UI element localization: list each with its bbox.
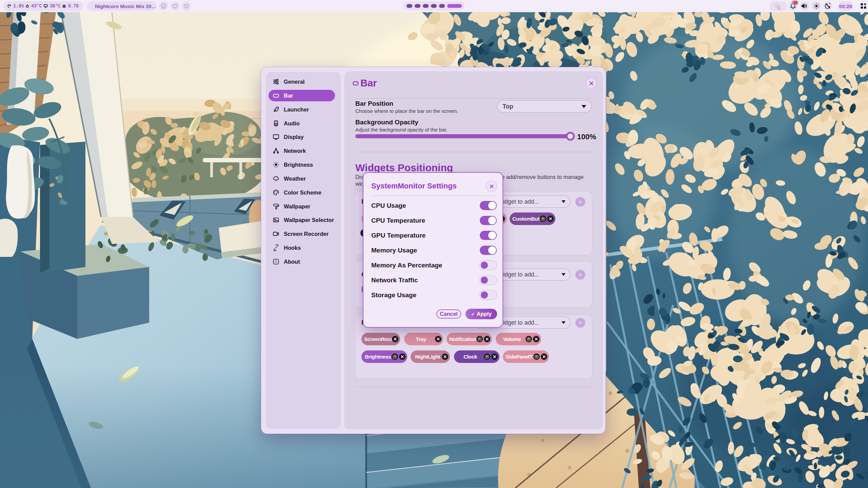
svg-text:C: C (777, 5, 781, 10)
